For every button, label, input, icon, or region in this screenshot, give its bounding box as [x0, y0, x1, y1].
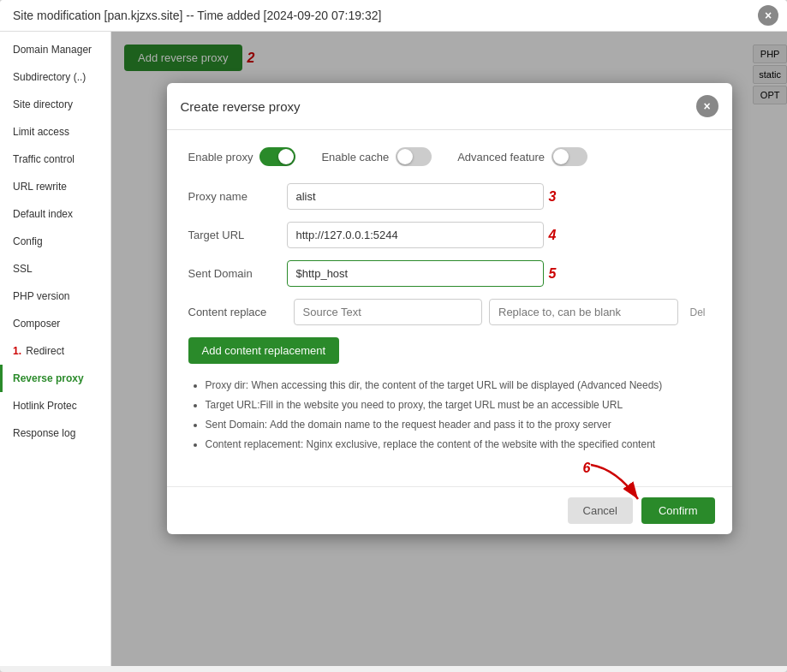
enable-cache-toggle[interactable] — [396, 147, 432, 166]
enable-proxy-toggle[interactable] — [259, 147, 295, 166]
sidebar-item-label: Redirect — [26, 345, 64, 357]
sidebar-item-subdirectory[interactable]: Subdirectory (..) — [0, 63, 110, 91]
sidebar-item-label: Hotlink Protec — [13, 400, 77, 412]
sidebar-item-hotlink-protect[interactable]: Hotlink Protec — [0, 392, 110, 419]
enable-cache-group: Enable cache — [321, 147, 432, 166]
info-item-1: Proxy dir: When accessing this dir, the … — [206, 378, 711, 393]
title-bar: Site modification [pan.kjzxs.site] -- Ti… — [0, 0, 787, 32]
step-4-label: 4 — [549, 228, 557, 243]
sidebar-item-reverse-proxy[interactable]: Reverse proxy — [0, 365, 110, 392]
enable-proxy-knob — [278, 149, 294, 164]
sidebar-item-label: PHP version — [13, 290, 69, 302]
sidebar-item-label: URL rewrite — [13, 181, 67, 193]
proxy-name-row: Proxy name 3 — [188, 183, 711, 210]
sidebar-item-traffic-control[interactable]: Traffic control — [0, 146, 110, 173]
sidebar-item-label: Config — [13, 235, 43, 247]
sidebar-item-label: Site directory — [13, 98, 73, 110]
step-1-label: 1. — [13, 345, 21, 357]
advanced-feature-knob — [553, 149, 569, 164]
modal-overlay: Create reverse proxy × Enable proxy — [111, 32, 787, 666]
target-url-row: Target URL 4 — [188, 222, 711, 248]
sidebar-item-domain-manager[interactable]: Domain Manager — [0, 36, 110, 63]
toggles-row: Enable proxy Enable cache — [188, 147, 711, 166]
add-content-replacement-button[interactable]: Add content replacement — [188, 337, 340, 364]
dialog-body: Enable proxy Enable cache — [167, 130, 732, 486]
sidebar-item-label: Traffic control — [13, 153, 75, 165]
target-url-input[interactable] — [287, 222, 544, 248]
sent-domain-input[interactable] — [287, 260, 544, 287]
target-url-label: Target URL — [188, 229, 287, 241]
sidebar-item-ssl[interactable]: SSL — [0, 255, 110, 282]
create-reverse-proxy-dialog: Create reverse proxy × Enable proxy — [167, 83, 732, 534]
sidebar-item-site-directory[interactable]: Site directory — [0, 91, 110, 118]
content-replace-label: Content replace — [188, 306, 287, 318]
step-6-arrow — [582, 461, 651, 512]
layout: Domain Manager Subdirectory (..) Site di… — [0, 32, 787, 666]
dialog-close-button[interactable]: × — [696, 95, 718, 117]
enable-cache-label: Enable cache — [321, 151, 389, 164]
info-list: Proxy dir: When accessing this dir, the … — [188, 378, 711, 452]
main-window: Site modification [pan.kjzxs.site] -- Ti… — [0, 0, 787, 672]
sidebar: Domain Manager Subdirectory (..) Site di… — [0, 32, 111, 666]
sidebar-item-limit-access[interactable]: Limit access — [0, 118, 110, 146]
sidebar-item-label: Subdirectory (..) — [13, 71, 86, 83]
step-3-label: 3 — [549, 189, 557, 205]
sent-domain-row: Sent Domain 5 — [188, 260, 711, 287]
window-title: Site modification [pan.kjzxs.site] -- Ti… — [13, 9, 381, 22]
sidebar-item-composer[interactable]: Composer — [0, 310, 110, 337]
dialog-header: Create reverse proxy × — [167, 83, 732, 130]
advanced-feature-toggle[interactable] — [551, 147, 587, 166]
enable-proxy-label: Enable proxy — [188, 151, 253, 164]
del-button[interactable]: Del — [685, 303, 711, 322]
sidebar-item-label: SSL — [13, 263, 33, 275]
confirm-button[interactable]: Confirm — [641, 497, 715, 524]
source-text-input[interactable] — [294, 299, 483, 325]
sidebar-item-label: Domain Manager — [13, 44, 92, 56]
sidebar-item-label: Response log — [13, 427, 75, 439]
content-replace-row: Content replace Del — [188, 299, 711, 325]
sidebar-item-redirect[interactable]: 1. Redirect — [0, 337, 110, 365]
enable-cache-knob — [397, 149, 413, 164]
sidebar-item-label: Default index — [13, 208, 73, 220]
proxy-name-input[interactable] — [287, 183, 544, 210]
replace-to-input[interactable] — [489, 299, 678, 325]
proxy-name-label: Proxy name — [188, 190, 287, 203]
info-item-2: Target URL:Fill in the website you need … — [206, 397, 711, 413]
enable-proxy-group: Enable proxy — [188, 147, 296, 166]
advanced-feature-label: Advanced feature — [457, 151, 545, 164]
info-item-3: Sent Domain: Add the domain name to the … — [206, 417, 711, 432]
info-item-4: Content replacement: Nginx exclusive, re… — [206, 437, 711, 452]
dialog-title: Create reverse proxy — [181, 99, 301, 114]
step-6-label: 6 — [583, 461, 591, 476]
sidebar-item-default-index[interactable]: Default index — [0, 200, 110, 228]
sidebar-item-config[interactable]: Config — [0, 228, 110, 255]
advanced-feature-group: Advanced feature — [457, 147, 587, 166]
sidebar-item-response-log[interactable]: Response log — [0, 419, 110, 447]
sidebar-item-php-version[interactable]: PHP version — [0, 282, 110, 310]
sent-domain-label: Sent Domain — [188, 267, 287, 280]
sidebar-item-label: Reverse proxy — [13, 372, 84, 384]
step-5-label: 5 — [549, 266, 557, 282]
sidebar-item-label: Limit access — [13, 126, 69, 138]
sidebar-item-label: Composer — [13, 318, 60, 330]
main-content: Add reverse proxy 2 PHP static OPT Creat… — [111, 32, 787, 666]
window-close-icon[interactable]: × — [758, 5, 778, 26]
sidebar-item-url-rewrite[interactable]: URL rewrite — [0, 173, 110, 200]
